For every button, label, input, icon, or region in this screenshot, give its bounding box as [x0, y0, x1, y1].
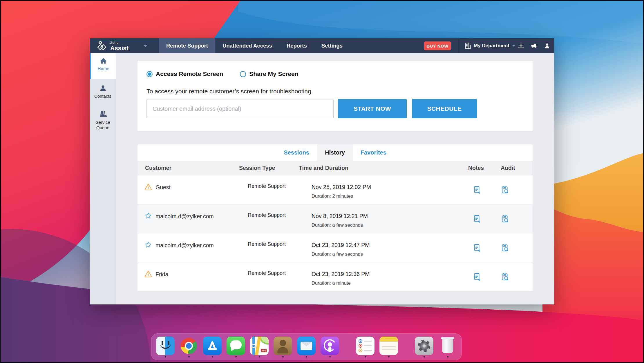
- user-icon[interactable]: [544, 42, 551, 49]
- running-indicator: [259, 356, 260, 357]
- session-duration: Duration: 2 minutes: [312, 193, 353, 199]
- top-navbar: Zoho Assist Remote Support Unattended Ac…: [90, 38, 554, 53]
- audit-icon[interactable]: [501, 273, 509, 281]
- zoho-assist-logo-icon: [96, 40, 107, 52]
- announcement-icon[interactable]: [530, 42, 537, 49]
- favorite-star-icon[interactable]: [144, 212, 152, 219]
- logo-product: Assist: [110, 45, 129, 51]
- running-indicator: [212, 356, 213, 357]
- dock: 280: [151, 333, 462, 360]
- radio-share-my-screen[interactable]: Share My Screen: [240, 70, 298, 77]
- nav-tab-reports[interactable]: Reports: [279, 38, 314, 53]
- customer-name: Guest: [155, 184, 171, 191]
- nav-tab-remote-support[interactable]: Remote Support: [159, 38, 215, 53]
- running-indicator: [388, 356, 390, 357]
- tab-sessions[interactable]: Sessions: [276, 144, 317, 161]
- radio-unselected-icon[interactable]: [240, 71, 246, 77]
- add-note-icon[interactable]: [473, 273, 482, 281]
- warning-icon: [144, 183, 152, 190]
- department-selector[interactable]: My Department: [465, 38, 515, 53]
- dock-reminders-icon[interactable]: [356, 337, 375, 357]
- session-time: Nov 25, 2019 12:02 PM: [312, 184, 371, 190]
- table-row[interactable]: Frida Remote Support Oct 23, 2019 12:36 …: [138, 262, 533, 291]
- table-row[interactable]: malcolm.d@zylker.com Remote Support Oct …: [138, 233, 533, 262]
- sidebar-label: Service Queue: [90, 120, 116, 131]
- running-indicator: [282, 356, 284, 357]
- sidebar-item-service-queue[interactable]: Service Queue: [90, 108, 116, 131]
- start-now-button[interactable]: START NOW: [338, 99, 407, 118]
- download-icon[interactable]: [518, 42, 524, 49]
- logo-brand: Zoho: [110, 41, 129, 44]
- table-row[interactable]: malcolm.d@zylker.com Remote Support Nov …: [138, 204, 533, 233]
- running-indicator: [329, 356, 331, 357]
- session-time: Oct 23, 2019 12:47 PM: [312, 242, 370, 248]
- buy-now-button[interactable]: BUY NOW: [424, 41, 451, 50]
- sessions-history-panel: Sessions History Favorites Customer Sess…: [138, 144, 533, 291]
- session-duration: Duration: a few seconds: [312, 251, 363, 257]
- chevron-down-icon: [512, 45, 515, 47]
- dock-mail-icon[interactable]: [297, 337, 316, 357]
- zoho-assist-logo[interactable]: Zoho Assist: [96, 38, 147, 53]
- session-time: Oct 23, 2019 12:36 PM: [312, 271, 370, 277]
- dock-trash-icon[interactable]: [438, 337, 457, 357]
- audit-icon[interactable]: [501, 215, 509, 223]
- home-icon: [100, 57, 107, 65]
- audit-icon[interactable]: [501, 186, 509, 194]
- main-content: Access Remote Screen Share My Screen To …: [116, 53, 554, 304]
- session-type: Remote Support: [248, 270, 286, 276]
- dock-maps-icon[interactable]: 280: [250, 337, 269, 357]
- running-indicator: [188, 356, 190, 357]
- session-duration: Duration: a few seconds: [312, 222, 363, 228]
- radio-selected-icon[interactable]: [146, 71, 153, 77]
- dock-contacts-icon[interactable]: [274, 337, 292, 357]
- zoho-assist-window: Zoho Assist Remote Support Unattended Ac…: [90, 38, 554, 304]
- customer-name: malcolm.d@zylker.com: [155, 213, 214, 220]
- add-note-icon[interactable]: [473, 215, 482, 223]
- radio-label: Share My Screen: [249, 70, 298, 77]
- contacts-icon: [99, 84, 107, 92]
- sidebar-item-contacts[interactable]: Contacts: [90, 82, 116, 99]
- dock-podcasts-icon[interactable]: [321, 337, 339, 357]
- column-customer: Customer: [145, 165, 171, 171]
- running-indicator: [365, 356, 366, 357]
- add-note-icon[interactable]: [473, 244, 482, 252]
- session-mode-radios: Access Remote Screen Share My Screen: [146, 70, 299, 77]
- warning-icon: [144, 270, 152, 277]
- table-row[interactable]: Guest Remote Support Nov 25, 2019 12:02 …: [138, 175, 533, 204]
- favorite-star-icon[interactable]: [144, 241, 152, 248]
- running-indicator: [306, 356, 307, 357]
- dock-system-preferences-icon[interactable]: [415, 337, 433, 357]
- running-indicator: [447, 356, 448, 357]
- column-audit: Audit: [501, 165, 515, 171]
- customer-name: malcolm.d@zylker.com: [155, 242, 214, 249]
- navbar-divider: [459, 38, 459, 53]
- session-duration: Duration: a minute: [312, 280, 351, 286]
- start-session-panel: Access Remote Screen Share My Screen To …: [138, 61, 533, 131]
- dock-app-store-icon[interactable]: [203, 337, 222, 357]
- maps-route-badge: 280: [261, 349, 267, 353]
- add-note-icon[interactable]: [473, 186, 482, 194]
- column-time-duration: Time and Duration: [299, 165, 348, 171]
- dock-chrome-icon[interactable]: [180, 337, 198, 357]
- nav-tab-settings[interactable]: Settings: [314, 38, 350, 53]
- sidebar-label: Home: [91, 66, 116, 72]
- radio-access-remote-screen[interactable]: Access Remote Screen: [146, 70, 223, 77]
- chevron-down-icon[interactable]: [144, 45, 147, 47]
- dock-notes-icon[interactable]: [379, 337, 398, 357]
- nav-tab-unattended-access[interactable]: Unattended Access: [215, 38, 279, 53]
- tab-favorites[interactable]: Favorites: [353, 144, 394, 161]
- audit-icon[interactable]: [501, 244, 509, 252]
- session-type: Remote Support: [248, 241, 286, 247]
- column-notes: Notes: [468, 165, 484, 171]
- desktop: Zoho Assist Remote Support Unattended Ac…: [0, 0, 644, 363]
- tab-history[interactable]: History: [317, 144, 353, 161]
- left-sidebar: Home Contacts Service Qu: [90, 53, 116, 304]
- service-queue-icon: [99, 110, 107, 118]
- sidebar-item-home[interactable]: Home: [90, 53, 116, 79]
- session-actions: START NOW SCHEDULE: [146, 99, 477, 118]
- dock-finder-icon[interactable]: [156, 337, 175, 357]
- dock-messages-icon[interactable]: [227, 337, 245, 357]
- sidebar-label: Contacts: [90, 94, 116, 99]
- customer-email-input[interactable]: [146, 99, 334, 118]
- schedule-button[interactable]: SCHEDULE: [412, 99, 477, 118]
